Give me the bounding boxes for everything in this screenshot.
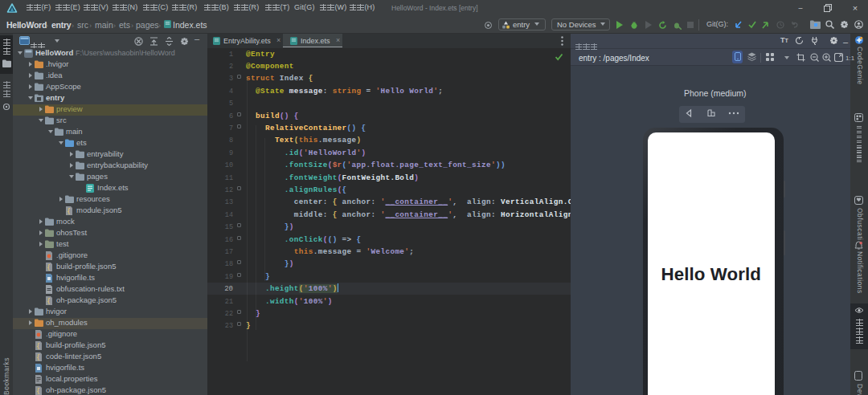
svg-text:{: { <box>67 208 71 215</box>
svg-text:{: { <box>36 388 40 395</box>
svg-text:{: { <box>36 354 40 361</box>
svg-text:{: { <box>47 264 51 271</box>
svg-text:{: { <box>36 343 40 350</box>
svg-text:{: { <box>47 298 51 305</box>
